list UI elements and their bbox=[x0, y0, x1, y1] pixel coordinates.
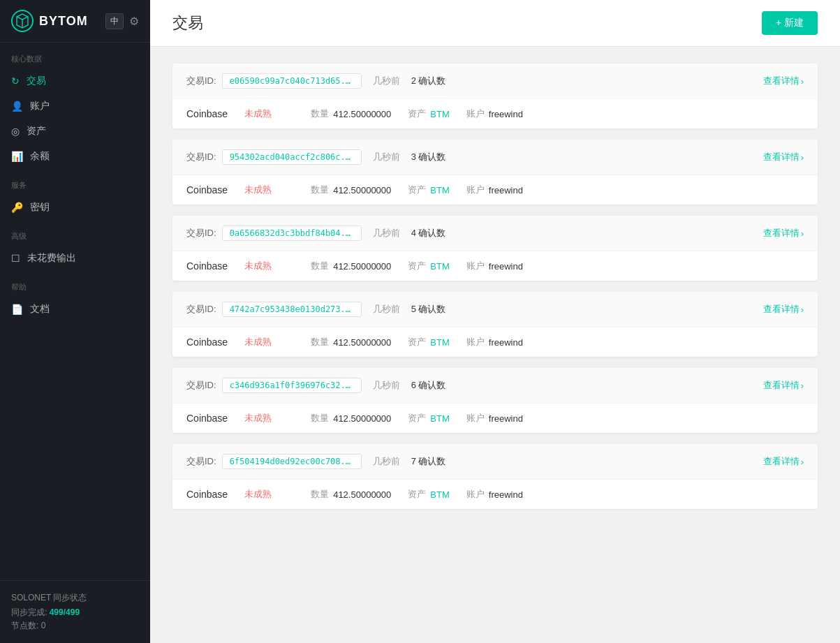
tx-asset-field: 资产 BTM bbox=[408, 108, 449, 120]
tx-detail-text: 查看详情 bbox=[763, 151, 800, 163]
tx-source: Coinbase bbox=[186, 337, 228, 348]
tx-id-label: 交易ID: bbox=[186, 227, 216, 239]
tx-header: 交易ID: 6f504194d0ed92ec00c708... 几秒前 7 确认… bbox=[172, 444, 818, 480]
tx-asset-field: 资产 BTM bbox=[408, 336, 449, 348]
tx-detail-text: 查看详情 bbox=[763, 379, 800, 392]
tx-confirmations: 6 确认数 bbox=[411, 379, 446, 392]
tx-account-value: freewind bbox=[489, 489, 523, 500]
bytom-logo bbox=[11, 10, 34, 32]
settings-icon[interactable]: ⚙ bbox=[129, 15, 139, 28]
header-controls: 中 ⚙ bbox=[105, 13, 139, 29]
tx-account-label: 账户 bbox=[466, 412, 485, 424]
sidebar-item-transactions[interactable]: ↻交易 bbox=[0, 68, 150, 94]
tx-header: 交易ID: 4742a7c953438e0130d273... 几秒前 5 确认… bbox=[172, 292, 818, 327]
tx-body: Coinbase 未成熟 数量 412.50000000 资产 BTM 账户 f… bbox=[172, 251, 818, 281]
sidebar-item-label-unspent: 未花费输出 bbox=[27, 252, 76, 265]
tx-account-value: freewind bbox=[489, 109, 523, 119]
tx-id-value: e06590c99a7c040c713d65... bbox=[222, 73, 362, 89]
tx-asset-value: BTM bbox=[430, 109, 449, 119]
tx-confirmations: 7 确认数 bbox=[411, 455, 446, 468]
docs-icon: 📄 bbox=[11, 304, 23, 315]
tx-asset-value: BTM bbox=[430, 489, 449, 500]
transaction-list: 交易ID: e06590c99a7c040c713d65... 几秒前 2 确认… bbox=[150, 47, 840, 643]
tx-asset-label: 资产 bbox=[408, 184, 426, 196]
tx-id-label: 交易ID: bbox=[186, 303, 216, 316]
tx-amount-field: 数量 412.50000000 bbox=[311, 488, 391, 501]
tx-detail-link[interactable]: 查看详情 › bbox=[763, 227, 804, 239]
tx-account-value: freewind bbox=[489, 185, 523, 195]
tx-source: Coinbase bbox=[186, 489, 228, 500]
tx-account-field: 账户 freewind bbox=[466, 488, 523, 501]
tx-asset-label: 资产 bbox=[408, 108, 426, 120]
tx-id-value: c346d936a1f0f396976c32... bbox=[222, 378, 362, 393]
sidebar-item-unspent[interactable]: ☐未花费输出 bbox=[0, 246, 150, 271]
tx-detail-link[interactable]: 查看详情 › bbox=[763, 151, 804, 163]
tx-account-value: freewind bbox=[489, 413, 523, 424]
tx-header: 交易ID: e06590c99a7c040c713d65... 几秒前 2 确认… bbox=[172, 64, 818, 99]
tx-amount-field: 数量 412.50000000 bbox=[311, 412, 391, 424]
chevron-right-icon: › bbox=[801, 152, 804, 163]
sidebar-header: BYTOM 中 ⚙ bbox=[0, 0, 150, 43]
tx-amount-label: 数量 bbox=[311, 260, 329, 272]
tx-amount-field: 数量 412.50000000 bbox=[311, 260, 391, 272]
tx-detail-link[interactable]: 查看详情 › bbox=[763, 75, 804, 87]
tx-amount-field: 数量 412.50000000 bbox=[311, 108, 391, 120]
tx-status: 未成熟 bbox=[244, 260, 272, 272]
sidebar-item-label-assets: 资产 bbox=[27, 125, 46, 138]
unspent-icon: ☐ bbox=[11, 253, 20, 264]
sidebar-section-label: 核心数据 bbox=[0, 43, 150, 68]
tx-amount-value: 412.50000000 bbox=[333, 337, 391, 348]
sidebar-section-label: 帮助 bbox=[0, 271, 150, 297]
tx-source: Coinbase bbox=[186, 413, 228, 424]
tx-amount-label: 数量 bbox=[311, 488, 329, 501]
sync-progress-label: 同步完成: bbox=[11, 607, 47, 617]
tx-account-label: 账户 bbox=[466, 488, 485, 501]
tx-card-4: 交易ID: 4742a7c953438e0130d273... 几秒前 5 确认… bbox=[172, 292, 818, 357]
tx-amount-label: 数量 bbox=[311, 184, 329, 196]
tx-asset-value: BTM bbox=[430, 413, 449, 424]
tx-detail-text: 查看详情 bbox=[763, 303, 800, 316]
new-transaction-button[interactable]: + 新建 bbox=[762, 11, 818, 35]
sidebar-item-balance[interactable]: 📊余额 bbox=[0, 144, 150, 169]
tx-amount-value: 412.50000000 bbox=[333, 261, 391, 272]
sidebar-item-accounts[interactable]: 👤账户 bbox=[0, 94, 150, 119]
tx-confirmations: 3 确认数 bbox=[411, 151, 446, 163]
tx-id-label: 交易ID: bbox=[186, 75, 216, 87]
tx-status: 未成熟 bbox=[244, 488, 272, 501]
sidebar-item-keys[interactable]: 🔑密钥 bbox=[0, 195, 150, 220]
tx-amount-value: 412.50000000 bbox=[333, 185, 391, 195]
sidebar-nav: 核心数据↻交易👤账户◎资产📊余额服务🔑密钥高级☐未花费输出帮助📄文档 bbox=[0, 43, 150, 322]
tx-detail-link[interactable]: 查看详情 › bbox=[763, 303, 804, 316]
lang-toggle[interactable]: 中 bbox=[105, 13, 124, 29]
tx-detail-link[interactable]: 查看详情 › bbox=[763, 455, 804, 468]
tx-header: 交易ID: c346d936a1f0f396976c32... 几秒前 6 确认… bbox=[172, 368, 818, 404]
tx-asset-field: 资产 BTM bbox=[408, 412, 449, 424]
tx-body: Coinbase 未成熟 数量 412.50000000 资产 BTM 账户 f… bbox=[172, 175, 818, 205]
tx-account-label: 账户 bbox=[466, 108, 485, 120]
tx-body: Coinbase 未成熟 数量 412.50000000 资产 BTM 账户 f… bbox=[172, 404, 818, 433]
sync-progress: 同步完成: 499/499 bbox=[11, 607, 139, 619]
tx-asset-field: 资产 BTM bbox=[408, 184, 449, 196]
tx-account-field: 账户 freewind bbox=[466, 336, 523, 348]
sidebar-item-assets[interactable]: ◎资产 bbox=[0, 119, 150, 144]
chevron-right-icon: › bbox=[801, 304, 804, 315]
tx-account-label: 账户 bbox=[466, 260, 485, 272]
tx-detail-link[interactable]: 查看详情 › bbox=[763, 379, 804, 392]
tx-asset-value: BTM bbox=[430, 261, 449, 272]
keys-icon: 🔑 bbox=[11, 202, 23, 213]
tx-asset-label: 资产 bbox=[408, 488, 426, 501]
tx-id-label: 交易ID: bbox=[186, 455, 216, 468]
sidebar-item-docs[interactable]: 📄文档 bbox=[0, 297, 150, 322]
tx-card-2: 交易ID: 954302acd040accf2c806c... 几秒前 3 确认… bbox=[172, 140, 818, 205]
tx-amount-label: 数量 bbox=[311, 336, 329, 348]
tx-amount-field: 数量 412.50000000 bbox=[311, 184, 391, 196]
chevron-right-icon: › bbox=[801, 380, 804, 391]
main-panel: 交易 + 新建 交易ID: e06590c99a7c040c713d65... … bbox=[150, 0, 840, 643]
sync-network-label: SOLONET 同步状态 bbox=[11, 592, 139, 604]
tx-asset-label: 资产 bbox=[408, 412, 426, 424]
assets-icon: ◎ bbox=[11, 126, 20, 137]
sidebar-item-label-transactions: 交易 bbox=[27, 75, 46, 87]
tx-confirmations: 5 确认数 bbox=[411, 303, 446, 316]
tx-status: 未成熟 bbox=[244, 108, 272, 120]
sidebar-footer: SOLONET 同步状态 同步完成: 499/499 节点数: 0 bbox=[0, 580, 150, 643]
